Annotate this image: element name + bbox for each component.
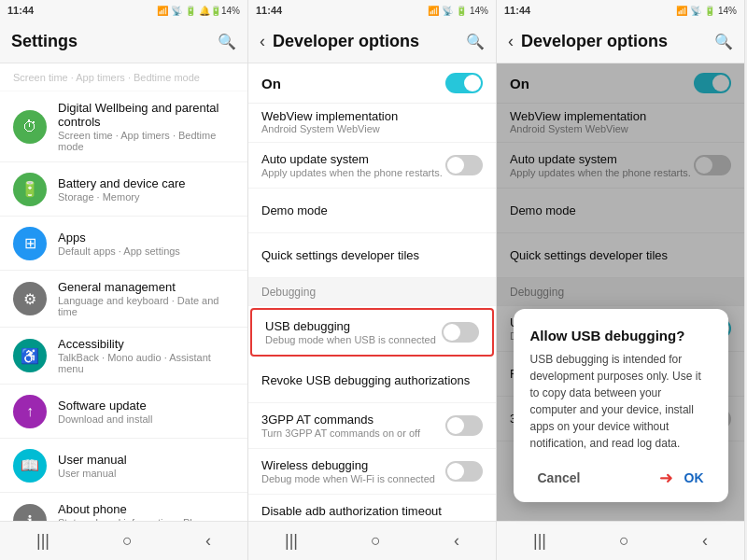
nav-home-1[interactable]: ○ bbox=[122, 531, 133, 551]
digital-wellbeing-title: Digital Wellbeing and parental controls bbox=[58, 101, 234, 129]
back-icon-2[interactable]: ‹ bbox=[260, 32, 265, 51]
status-icons-2: 📶 📡 🔋 14% bbox=[428, 6, 488, 16]
revoke-usb-title-2: Revoke USB debugging authorizations bbox=[261, 373, 470, 387]
quick-settings-item-2[interactable]: Quick settings developer tiles bbox=[248, 233, 496, 278]
time-3: 11:44 bbox=[504, 5, 530, 16]
webview-item-2[interactable]: WebView implementation Android System We… bbox=[248, 104, 496, 143]
general-title: General management bbox=[58, 280, 234, 294]
sidebar-item-battery[interactable]: 🔋 Battery and device care Storage · Memo… bbox=[0, 162, 247, 217]
search-icon-2[interactable]: 🔍 bbox=[466, 33, 485, 50]
usb-debugging-sub-2: Debug mode when USB is connected bbox=[265, 334, 436, 345]
signal-icon: 📶 bbox=[157, 6, 168, 16]
apps-title: Apps bbox=[58, 231, 180, 245]
settings-list: Screen time · App timers · Bedtime mode … bbox=[0, 63, 247, 521]
top-bar-2: ‹ Developer options 🔍 bbox=[248, 21, 496, 63]
auto-update-item-2[interactable]: Auto update system Apply updates when th… bbox=[248, 143, 496, 189]
wireless-debug-item-2[interactable]: Wireless debugging Debug mode when Wi-Fi… bbox=[248, 449, 496, 495]
nav-home-3[interactable]: ○ bbox=[619, 531, 629, 551]
sidebar-item-about[interactable]: ℹ About phone Status · Legal information… bbox=[0, 493, 247, 521]
status-bar-1: 11:44 📶 📡 🔋 🔔🔋14% bbox=[0, 0, 247, 21]
sidebar-item-apps[interactable]: ⊞ Apps Default apps · App settings bbox=[0, 217, 247, 271]
sidebar-item-accessibility[interactable]: ♿ Accessibility TalkBack · Mono audio · … bbox=[0, 328, 247, 385]
nav-recent-3[interactable]: ||| bbox=[533, 531, 546, 551]
wifi-icon-3: 📡 bbox=[690, 6, 701, 16]
manual-sub: User manual bbox=[58, 468, 127, 479]
software-title: Software update bbox=[58, 399, 153, 413]
battery-icon-3: 🔋 bbox=[704, 6, 715, 16]
panel-settings: 11:44 📶 📡 🔋 🔔🔋14% Settings 🔍 Screen time… bbox=[0, 0, 248, 560]
nav-recent-1[interactable]: ||| bbox=[36, 531, 49, 551]
accessibility-icon: ♿ bbox=[13, 339, 47, 372]
auto-update-title-2: Auto update system bbox=[261, 152, 443, 166]
disable-adb-item-2[interactable]: Disable adb authorization timeout Disabl… bbox=[248, 495, 496, 521]
general-icon: ⚙ bbox=[13, 282, 47, 315]
battery-pct-1: 🔔🔋14% bbox=[199, 6, 240, 16]
auto-update-toggle-2[interactable] bbox=[445, 155, 483, 175]
apps-sub: Default apps · App settings bbox=[58, 245, 180, 257]
software-icon: ↑ bbox=[13, 395, 47, 428]
dialog-title: Allow USB debugging? bbox=[530, 328, 712, 343]
battery-pct-3: 14% bbox=[718, 6, 737, 16]
apps-text: Apps Default apps · App settings bbox=[58, 231, 180, 257]
accessibility-sub: TalkBack · Mono audio · Assistant menu bbox=[58, 352, 234, 374]
battery-icon-1: 🔋 bbox=[185, 6, 196, 16]
ok-group: ➜ OK bbox=[659, 467, 712, 489]
search-icon-3[interactable]: 🔍 bbox=[714, 33, 733, 50]
sidebar-item-software[interactable]: ↑ Software update Download and install bbox=[0, 385, 247, 439]
nav-back-2[interactable]: ‹ bbox=[454, 531, 459, 551]
wireless-debug-title-2: Wireless debugging bbox=[261, 458, 435, 472]
wireless-debug-toggle-2[interactable] bbox=[445, 461, 483, 482]
dialog-cancel-button[interactable]: Cancel bbox=[530, 467, 588, 489]
wireless-debug-sub-2: Debug mode when Wi-Fi is connected bbox=[261, 473, 435, 484]
usb-debugging-item-2[interactable]: USB debugging Debug mode when USB is con… bbox=[250, 308, 494, 357]
usb-debug-dialog: Allow USB debugging? USB debugging is in… bbox=[514, 309, 728, 502]
ok-arrow-icon: ➜ bbox=[659, 468, 673, 488]
usb-debugging-toggle-2[interactable] bbox=[442, 322, 479, 343]
nav-recent-2[interactable]: ||| bbox=[285, 531, 298, 551]
panel-developer-right: 11:44 📶 📡 🔋 14% ‹ Developer options 🔍 On… bbox=[497, 0, 745, 560]
digital-wellbeing-sub: Screen time · App timers · Bedtime mode bbox=[58, 130, 234, 152]
bottom-nav-1: ||| ○ ‹ bbox=[0, 521, 247, 560]
battery-icon: 🔋 bbox=[13, 173, 47, 206]
demo-mode-title-2: Demo mode bbox=[261, 203, 328, 217]
status-icons-1: 📶 📡 🔋 🔔🔋14% bbox=[157, 6, 240, 16]
status-icons-3: 📶 📡 🔋 14% bbox=[676, 6, 737, 16]
debugging-label-2: Debugging bbox=[261, 286, 316, 299]
wireless-debug-text-2: Wireless debugging Debug mode when Wi-Fi… bbox=[261, 458, 435, 484]
sidebar-item-manual[interactable]: 📖 User manual User manual bbox=[0, 439, 247, 493]
nav-back-1[interactable]: ‹ bbox=[205, 531, 211, 551]
dialog-ok-button[interactable]: OK bbox=[677, 467, 712, 489]
dialog-overlay: Allow USB debugging? USB debugging is in… bbox=[497, 63, 744, 521]
status-bar-3: 11:44 📶 📡 🔋 14% bbox=[497, 0, 744, 21]
nav-back-3[interactable]: ‹ bbox=[702, 531, 708, 551]
top-bar-3: ‹ Developer options 🔍 bbox=[497, 21, 744, 63]
software-sub: Download and install bbox=[58, 413, 153, 425]
on-label-2: On bbox=[261, 76, 281, 91]
webview-title-2: WebView implementation bbox=[261, 109, 483, 123]
demo-mode-item-2[interactable]: Demo mode bbox=[248, 189, 496, 233]
partial-sub: Screen time · App timers · Bedtime mode bbox=[13, 72, 200, 83]
wifi-icon-2: 📡 bbox=[442, 6, 453, 16]
usb-debugging-text-2: USB debugging Debug mode when USB is con… bbox=[265, 319, 436, 345]
time-1: 11:44 bbox=[7, 5, 34, 16]
manual-title: User manual bbox=[58, 453, 127, 467]
3gpp-toggle-2[interactable] bbox=[445, 415, 483, 436]
top-bar-1: Settings 🔍 bbox=[0, 21, 247, 63]
on-toggle-2[interactable] bbox=[445, 73, 483, 93]
disable-adb-title-2: Disable adb authorization timeout bbox=[261, 504, 445, 518]
back-icon-3[interactable]: ‹ bbox=[508, 32, 514, 51]
revoke-usb-item-2[interactable]: Revoke USB debugging authorizations bbox=[248, 358, 496, 403]
list-item-partial[interactable]: Screen time · App timers · Bedtime mode bbox=[0, 63, 247, 91]
about-icon: ℹ bbox=[13, 504, 47, 521]
about-text: About phone Status · Legal information ·… bbox=[58, 502, 234, 521]
digital-wellbeing-text: Digital Wellbeing and parental controls … bbox=[58, 101, 234, 152]
sidebar-item-general[interactable]: ⚙ General management Language and keyboa… bbox=[0, 271, 247, 328]
auto-update-text-2: Auto update system Apply updates when th… bbox=[261, 152, 443, 178]
sidebar-item-digital-wellbeing[interactable]: ⏱ Digital Wellbeing and parental control… bbox=[0, 91, 247, 162]
nav-home-2[interactable]: ○ bbox=[371, 531, 381, 551]
developer-list-mid: On WebView implementation Android System… bbox=[248, 63, 496, 521]
3gpp-text-2: 3GPP AT commands Turn 3GPP AT commands o… bbox=[261, 413, 420, 439]
3gpp-item-2[interactable]: 3GPP AT commands Turn 3GPP AT commands o… bbox=[248, 403, 496, 449]
search-icon-1[interactable]: 🔍 bbox=[218, 33, 236, 50]
battery-title: Battery and device care bbox=[58, 176, 186, 190]
